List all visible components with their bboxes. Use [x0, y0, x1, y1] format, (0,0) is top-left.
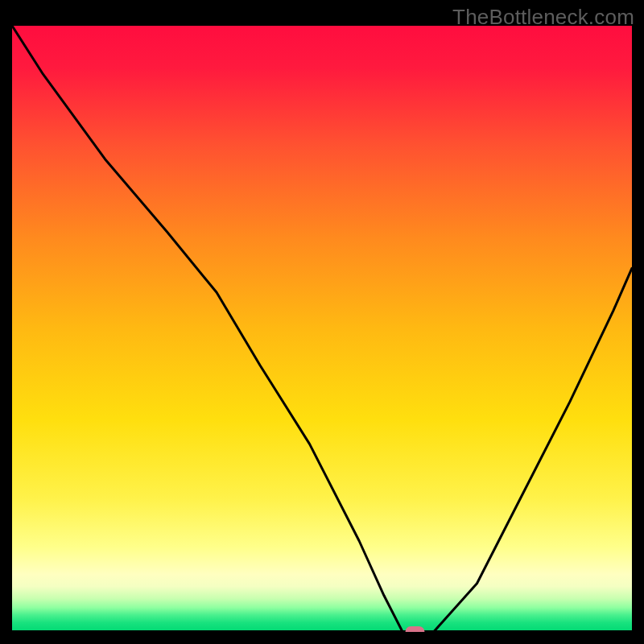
chart-svg: [12, 26, 632, 632]
chart-frame: TheBottleneck.com: [0, 0, 644, 644]
optimal-point-marker: [406, 626, 425, 632]
chart-plot-area: [12, 26, 632, 632]
chart-gradient-background: [12, 26, 632, 632]
